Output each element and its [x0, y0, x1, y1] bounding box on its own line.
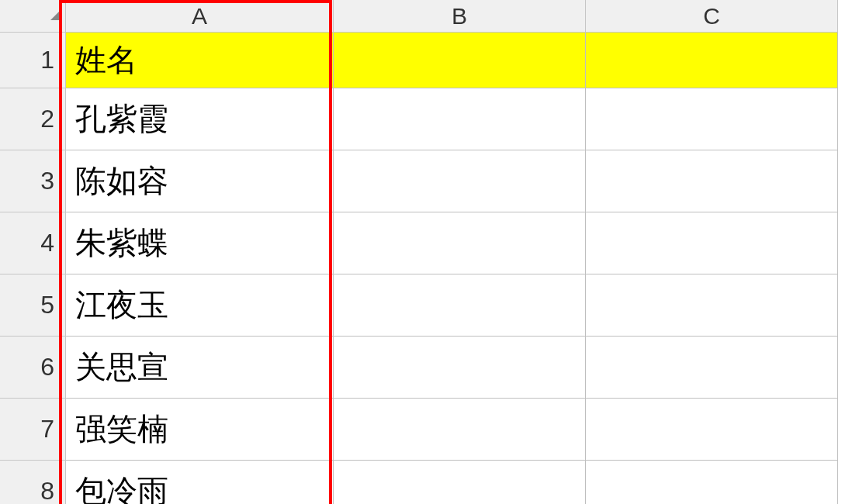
- cell-b4[interactable]: [334, 212, 586, 274]
- cell-c1[interactable]: [586, 33, 838, 88]
- cell-b2[interactable]: [334, 88, 586, 150]
- row-header-8[interactable]: 8: [0, 461, 66, 504]
- table-row: 强笑楠: [66, 399, 838, 461]
- cell-b8[interactable]: [334, 461, 586, 504]
- cell-c7[interactable]: [586, 399, 838, 461]
- column-header-c[interactable]: C: [586, 0, 838, 33]
- column-header-a[interactable]: A: [66, 0, 334, 33]
- cell-a3[interactable]: 陈如容: [66, 150, 334, 212]
- row-header-2[interactable]: 2: [0, 88, 66, 150]
- cell-c2[interactable]: [586, 88, 838, 150]
- table-row: 关思宣: [66, 337, 838, 399]
- table-row: 朱紫蝶: [66, 212, 838, 274]
- cell-a4[interactable]: 朱紫蝶: [66, 212, 334, 274]
- table-row: 姓名: [66, 33, 838, 88]
- select-all-triangle-icon: [50, 9, 61, 20]
- row-header-6[interactable]: 6: [0, 337, 66, 399]
- cell-c5[interactable]: [586, 274, 838, 337]
- cell-c8[interactable]: [586, 461, 838, 504]
- table-row: 包冷雨: [66, 461, 838, 504]
- table-row: 孔紫霞: [66, 88, 838, 150]
- table-row: 陈如容: [66, 150, 838, 212]
- cell-a2[interactable]: 孔紫霞: [66, 88, 334, 150]
- column-headers: A B C: [66, 0, 838, 33]
- row-header-1[interactable]: 1: [0, 33, 66, 88]
- cell-grid: 姓名 孔紫霞 陈如容 朱紫蝶 江夜玉 关思宣: [66, 33, 838, 504]
- table-row: 江夜玉: [66, 274, 838, 337]
- cell-b6[interactable]: [334, 337, 586, 399]
- row-header-3[interactable]: 3: [0, 150, 66, 212]
- row-header-4[interactable]: 4: [0, 212, 66, 274]
- cell-a7[interactable]: 强笑楠: [66, 399, 334, 461]
- row-header-7[interactable]: 7: [0, 399, 66, 461]
- row-header-5[interactable]: 5: [0, 274, 66, 337]
- cell-a1[interactable]: 姓名: [66, 33, 334, 88]
- cell-b7[interactable]: [334, 399, 586, 461]
- cell-c4[interactable]: [586, 212, 838, 274]
- cell-b5[interactable]: [334, 274, 586, 337]
- select-all-corner[interactable]: [0, 0, 66, 33]
- spreadsheet: A B C 1 2 3 4 5 6 7 8 姓名 孔紫霞 陈如容 朱紫蝶: [0, 0, 852, 504]
- cell-a6[interactable]: 关思宣: [66, 337, 334, 399]
- cell-b1[interactable]: [334, 33, 586, 88]
- cell-a5[interactable]: 江夜玉: [66, 274, 334, 337]
- cell-c3[interactable]: [586, 150, 838, 212]
- cell-a8[interactable]: 包冷雨: [66, 461, 334, 504]
- cell-c6[interactable]: [586, 337, 838, 399]
- column-header-b[interactable]: B: [334, 0, 586, 33]
- row-headers: 1 2 3 4 5 6 7 8: [0, 33, 66, 504]
- cell-b3[interactable]: [334, 150, 586, 212]
